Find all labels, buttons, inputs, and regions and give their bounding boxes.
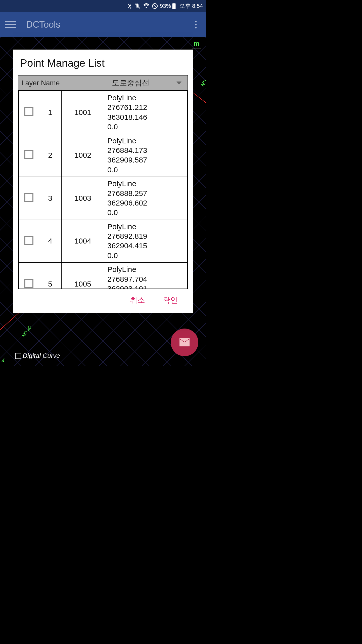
- battery-indicator: 93%: [160, 3, 176, 9]
- row-checkbox[interactable]: [24, 236, 33, 245]
- status-time: 오후 8:54: [179, 2, 203, 10]
- map-annotation: NO.: [200, 78, 206, 87]
- confirm-button[interactable]: 확인: [163, 295, 178, 305]
- row-checkbox[interactable]: [24, 279, 33, 288]
- vibrate-mute-icon: [134, 3, 141, 9]
- row-point-id: 1001: [62, 91, 104, 134]
- layer-dropdown-value: 도로중심선: [112, 78, 150, 88]
- point-manage-dialog: Point Manage List Layer Name 도로중심선 11001…: [13, 50, 193, 313]
- battery-pct: 93%: [160, 3, 171, 9]
- row-checkbox[interactable]: [24, 193, 33, 202]
- row-details: PolyLine276892.819362904.4150.0: [104, 220, 187, 263]
- row-details: PolyLine276761.212363018.1460.0: [104, 91, 187, 134]
- status-bar: 93% 오후 8:54: [0, 0, 206, 12]
- wifi-icon: [143, 3, 150, 9]
- more-options-button[interactable]: [191, 20, 201, 30]
- table-row[interactable]: 21002PolyLine276884.173362909.5870.0: [19, 134, 187, 177]
- table-row[interactable]: 51005PolyLine276897.704362903.1010.0: [19, 263, 187, 289]
- no-sim-icon: [152, 3, 158, 9]
- svg-rect-2: [172, 4, 176, 9]
- mail-icon: [178, 336, 191, 348]
- table-row[interactable]: 31003PolyLine276888.257362906.6020.0: [19, 177, 187, 220]
- map-annotation: 4: [2, 357, 5, 364]
- row-index: 4: [39, 220, 62, 263]
- svg-line-1: [153, 4, 157, 8]
- row-details: PolyLine276884.173362909.5870.0: [104, 134, 187, 177]
- brand-logo-icon: [15, 353, 21, 359]
- row-index: 1: [39, 91, 62, 134]
- brand-watermark: Digital Curve: [15, 352, 60, 360]
- row-details: PolyLine276888.257362906.6020.0: [104, 177, 187, 220]
- row-point-id: 1002: [62, 134, 104, 177]
- mail-fab-button[interactable]: [171, 329, 198, 356]
- bluetooth-icon: [127, 3, 132, 9]
- chevron-down-icon: [176, 82, 182, 85]
- app-bar: DCTools: [0, 12, 206, 37]
- row-index: 5: [39, 263, 62, 289]
- dialog-title: Point Manage List: [18, 57, 188, 69]
- svg-rect-3: [173, 3, 174, 4]
- row-point-id: 1004: [62, 220, 104, 263]
- table-row[interactable]: 41004PolyLine276892.819362904.4150.0: [19, 220, 187, 263]
- row-checkbox[interactable]: [24, 107, 33, 116]
- row-checkbox[interactable]: [24, 150, 33, 159]
- row-index: 3: [39, 177, 62, 220]
- layer-dropdown[interactable]: 도로중심선: [74, 75, 188, 90]
- row-point-id: 1003: [62, 177, 104, 220]
- app-title: DCTools: [26, 19, 191, 30]
- row-index: 2: [39, 134, 62, 177]
- cancel-button[interactable]: 취소: [130, 295, 145, 305]
- dialog-actions: 취소 확인: [18, 289, 188, 308]
- layer-name-label: Layer Name: [18, 79, 74, 87]
- map-annotation: NO.20: [21, 325, 32, 339]
- map-scale-unit: m: [192, 40, 201, 49]
- hamburger-menu-button[interactable]: [5, 19, 16, 30]
- table-row[interactable]: 11001PolyLine276761.212363018.1460.0: [19, 91, 187, 134]
- layer-selector-row: Layer Name 도로중심선: [18, 75, 188, 90]
- row-point-id: 1005: [62, 263, 104, 289]
- row-details: PolyLine276897.704362903.1010.0: [104, 263, 187, 289]
- point-table[interactable]: 11001PolyLine276761.212363018.1460.02100…: [18, 90, 188, 289]
